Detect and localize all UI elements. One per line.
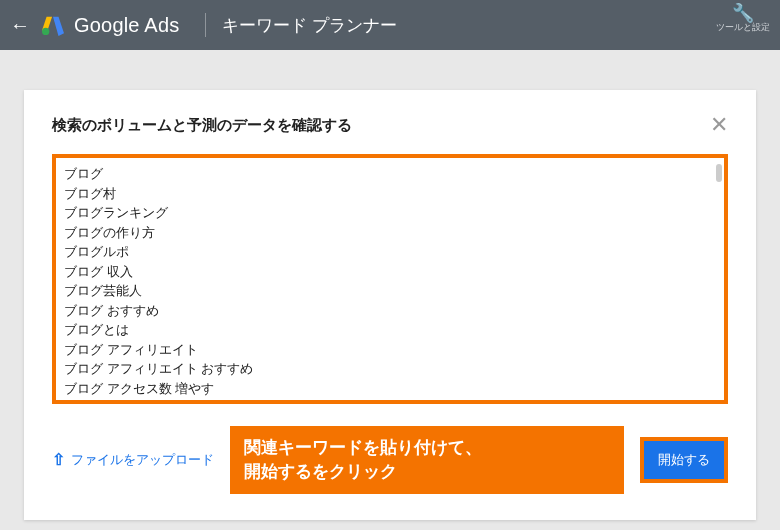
card-footer: ⇧ ファイルをアップロード 関連キーワードを貼り付けて、 開始するをクリック 開… bbox=[52, 426, 728, 494]
tools-settings-button[interactable]: 🔧 ツールと設定 bbox=[716, 4, 770, 32]
scrollbar-thumb[interactable] bbox=[716, 164, 722, 182]
brand-name: Google Ads bbox=[74, 14, 179, 37]
wrench-icon: 🔧 bbox=[716, 4, 770, 22]
main-card: 検索のボリュームと予測のデータを確認する ✕ ブログ ブログ村 ブログランキング… bbox=[24, 90, 756, 520]
card-header: 検索のボリュームと予測のデータを確認する ✕ bbox=[52, 114, 728, 136]
tools-label: ツールと設定 bbox=[716, 22, 770, 32]
keywords-content: ブログ ブログ村 ブログランキング ブログの作り方 ブログルポ ブログ 収入 ブ… bbox=[64, 164, 716, 398]
upload-label: ファイルをアップロード bbox=[71, 451, 214, 469]
close-icon[interactable]: ✕ bbox=[710, 114, 728, 136]
start-button-label: 開始する bbox=[658, 452, 710, 467]
svg-marker-1 bbox=[53, 17, 64, 36]
page-title: キーワード プランナー bbox=[222, 14, 397, 37]
header-divider bbox=[205, 13, 206, 37]
keywords-textarea[interactable]: ブログ ブログ村 ブログランキング ブログの作り方 ブログルポ ブログ 収入 ブ… bbox=[52, 154, 728, 404]
svg-point-2 bbox=[42, 28, 49, 35]
upload-icon: ⇧ bbox=[52, 450, 65, 469]
start-button[interactable]: 開始する bbox=[640, 437, 728, 483]
google-ads-logo-icon bbox=[42, 14, 64, 36]
annotation-callout: 関連キーワードを貼り付けて、 開始するをクリック bbox=[230, 426, 624, 494]
app-header: ← Google Ads キーワード プランナー 🔧 ツールと設定 bbox=[0, 0, 780, 50]
back-arrow-icon[interactable]: ← bbox=[10, 14, 30, 37]
brand-logo[interactable]: Google Ads bbox=[42, 14, 179, 37]
upload-file-link[interactable]: ⇧ ファイルをアップロード bbox=[52, 450, 214, 469]
card-title: 検索のボリュームと予測のデータを確認する bbox=[52, 116, 352, 135]
